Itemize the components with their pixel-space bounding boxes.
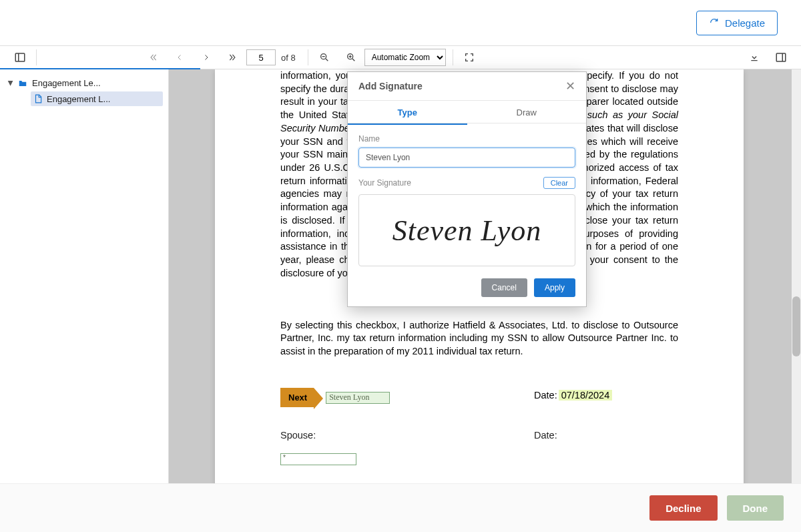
svg-line-6 [352, 59, 354, 61]
clear-label: Clear [551, 179, 568, 187]
next-tag[interactable]: Next [280, 388, 314, 407]
fullscreen-icon[interactable] [456, 45, 483, 69]
signature-canvas[interactable]: Steven Lyon [358, 194, 575, 266]
required-placeholder: * [283, 454, 286, 461]
signature-field[interactable]: Steven Lyon [326, 392, 390, 404]
cancel-button[interactable]: Cancel [481, 278, 527, 297]
tree-folder[interactable]: ▶ Engagement Le... [5, 76, 163, 90]
signature-rendered: Steven Lyon [392, 214, 542, 248]
name-field-label: Name [358, 134, 575, 144]
prev-page-icon[interactable] [166, 45, 193, 69]
svg-line-3 [326, 59, 328, 61]
scrollbar[interactable] [792, 69, 801, 483]
date-value: 07/18/2024 [559, 390, 613, 401]
share-icon [709, 17, 720, 28]
delegate-label: Delegate [725, 17, 765, 29]
page-number-input[interactable] [246, 49, 276, 65]
spouse-label: Spouse: [280, 430, 316, 441]
svg-rect-0 [15, 53, 25, 61]
chevron-down-icon: ▶ [7, 81, 15, 86]
add-signature-modal: Add Signature ✕ Type Draw Name Your Sign… [347, 71, 587, 307]
folder-icon [17, 79, 28, 88]
pdf-toolbar: of 8 Automatic Zoom [0, 45, 801, 69]
action-bar: Decline Done [0, 483, 801, 532]
tree-file-label: Engagement L... [47, 94, 110, 104]
apply-label: Apply [545, 283, 565, 292]
cancel-label: Cancel [492, 283, 517, 292]
decline-button[interactable]: Decline [649, 495, 717, 521]
pdf-file-icon [33, 93, 43, 104]
clear-button[interactable]: Clear [543, 177, 575, 189]
next-tag-label: Next [288, 392, 307, 403]
document-paragraph-2: By selecting this checkbox, I authorize … [280, 319, 678, 358]
modal-title: Add Signature [358, 81, 423, 91]
scrollbar-thumb[interactable] [792, 296, 800, 356]
zoom-out-icon[interactable] [311, 45, 338, 69]
done-button[interactable]: Done [727, 495, 784, 521]
tab-draw-label: Draw [517, 107, 537, 117]
close-icon[interactable]: ✕ [565, 80, 575, 92]
svg-rect-9 [776, 53, 786, 61]
signature-preview: Steven Lyon [329, 392, 369, 403]
tab-draw[interactable]: Draw [467, 101, 587, 123]
page-count-label: of 8 [281, 53, 296, 63]
document-tree: ▶ Engagement Le... Engagement L... [0, 69, 169, 483]
toggle-sidebar-icon[interactable] [7, 45, 33, 69]
delegate-button[interactable]: Delegate [696, 11, 778, 35]
done-label: Done [743, 503, 768, 514]
required-field[interactable]: * [280, 453, 356, 465]
last-page-icon[interactable] [220, 45, 246, 69]
top-bar: Delegate [0, 0, 801, 45]
zoom-in-icon[interactable] [338, 45, 364, 69]
decline-label: Decline [665, 503, 701, 514]
apply-button[interactable]: Apply [534, 278, 575, 297]
name-input[interactable] [358, 148, 575, 168]
tab-type-label: Type [398, 107, 417, 117]
date-label: Date: [534, 390, 557, 401]
next-page-icon[interactable] [193, 45, 220, 69]
tree-folder-label: Engagement Le... [32, 78, 101, 88]
download-icon[interactable] [741, 45, 768, 69]
bookmark-panel-icon[interactable] [768, 45, 794, 69]
tree-file[interactable]: Engagement L... [31, 91, 163, 106]
signature-field-label: Your Signature [358, 178, 411, 188]
tab-type[interactable]: Type [348, 101, 467, 123]
first-page-icon[interactable] [140, 45, 166, 69]
date2-label: Date: [534, 430, 557, 441]
zoom-select[interactable]: Automatic Zoom [364, 49, 446, 66]
